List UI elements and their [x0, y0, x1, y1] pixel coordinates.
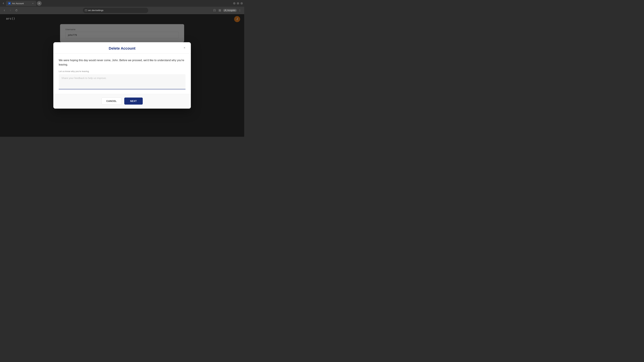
forward-button[interactable] — [8, 8, 13, 13]
active-tab[interactable]: A Arc Account × — [6, 1, 36, 6]
svg-point-6 — [240, 9, 240, 9]
cancel-button[interactable]: CANCEL — [102, 97, 122, 105]
modal-footer: CANCEL NEXT — [53, 94, 191, 109]
incognito-label: Incognito — [227, 9, 236, 11]
url-bar[interactable]: arc.dev/settings — [83, 8, 148, 13]
window-maximize[interactable] — [237, 2, 239, 4]
new-tab-button[interactable]: + — [37, 1, 42, 6]
tab-favicon: A — [8, 2, 11, 5]
svg-rect-4 — [220, 10, 221, 11]
url-text: arc.dev/settings — [88, 9, 104, 11]
svg-rect-1 — [219, 9, 220, 10]
modal-title: Delete Account — [59, 46, 186, 51]
svg-point-8 — [240, 11, 240, 11]
svg-rect-2 — [220, 9, 221, 10]
tab-title: Arc Account — [12, 2, 24, 5]
modal-overlay: Delete Account × We were hoping this day… — [0, 14, 244, 137]
incognito-badge: Incognito — [223, 9, 237, 12]
svg-rect-0 — [85, 9, 87, 11]
menu-button[interactable] — [238, 8, 242, 13]
feedback-textarea[interactable] — [59, 74, 186, 89]
modal-body: We were hoping this day would never come… — [53, 53, 191, 94]
extensions-button[interactable] — [218, 8, 222, 13]
browser-chrome: A Arc Account × + — [0, 0, 244, 14]
delete-account-modal: Delete Account × We were hoping this day… — [53, 42, 191, 109]
bookmark-button[interactable] — [212, 8, 217, 13]
back-button[interactable] — [2, 8, 7, 13]
page-content: arc() J Username john779 Delete Account … — [0, 14, 244, 137]
next-button[interactable]: NEXT — [124, 97, 143, 105]
address-bar: arc.dev/settings — [0, 7, 244, 14]
svg-rect-3 — [219, 10, 220, 11]
window-controls — [233, 2, 243, 4]
tab-bar: A Arc Account × + — [0, 0, 244, 7]
svg-point-7 — [240, 10, 240, 10]
address-actions: Incognito — [212, 8, 242, 13]
modal-header: Delete Account × — [53, 42, 191, 53]
window-minimize[interactable] — [233, 2, 236, 4]
tab-close-button[interactable]: × — [32, 2, 34, 5]
modal-message: We were hoping this day would never come… — [59, 58, 186, 67]
window-close[interactable] — [240, 2, 243, 4]
tab-nav-back[interactable] — [1, 1, 5, 5]
feedback-label: Let us know why you're leaving. — [59, 70, 186, 72]
reload-button[interactable] — [14, 8, 19, 13]
modal-close-button[interactable]: × — [182, 45, 187, 50]
